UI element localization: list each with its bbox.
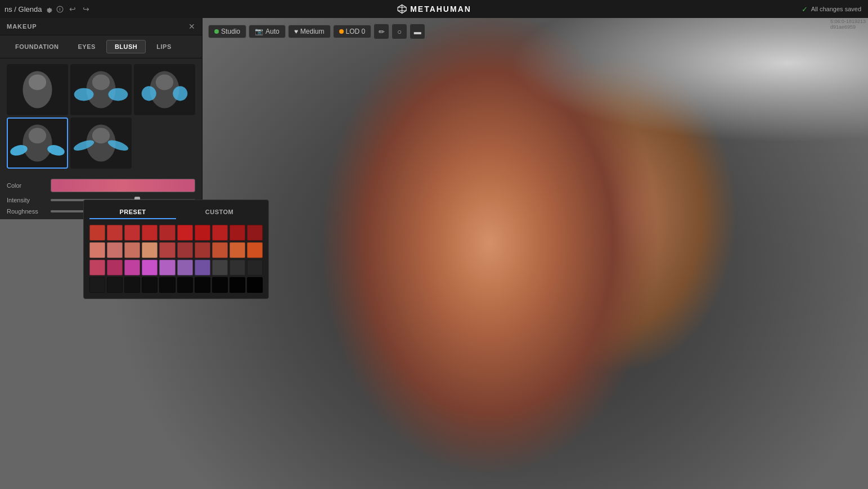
blush-pattern-none[interactable] (7, 64, 68, 115)
swatch-2-3[interactable] (142, 260, 158, 275)
roughness-label: Roughness (7, 208, 46, 215)
preset-tab[interactable]: PRESET (89, 206, 176, 219)
version-info: 5:06:0-1819213 d91ae6959 (830, 19, 866, 30)
svg-point-17 (142, 86, 156, 101)
medium-label: Medium (300, 28, 325, 35)
svg-text:i: i (59, 7, 60, 11)
swatch-0-0[interactable] (89, 225, 105, 241)
swatch-0-5[interactable] (177, 225, 193, 241)
swatch-0-4[interactable] (159, 225, 175, 241)
color-picker-popup: PRESET CUSTOM (83, 200, 269, 299)
swatch-0-6[interactable] (195, 225, 210, 241)
custom-tab[interactable]: CUSTOM (176, 206, 263, 219)
metahuman-logo-icon (397, 4, 407, 14)
swatch-0-3[interactable] (142, 225, 158, 241)
swatch-1-0[interactable] (89, 242, 105, 258)
save-check-icon: ✓ (802, 5, 808, 13)
swatch-3-8[interactable] (230, 277, 245, 293)
studio-dot (214, 29, 219, 34)
close-button[interactable]: ✕ (188, 22, 195, 30)
version-line1: 5:06:0-1819213 (830, 19, 866, 24)
undo-redo-group: ↩ ↪ (67, 3, 92, 15)
swatch-0-1[interactable] (107, 225, 123, 241)
swatch-2-7[interactable] (212, 260, 228, 275)
version-line2: d91ae6959 (830, 24, 866, 30)
color-swatches-grid (89, 225, 263, 293)
swatch-1-2[interactable] (124, 242, 140, 258)
svg-point-8 (29, 74, 46, 90)
info-icon: i (56, 6, 64, 13)
tab-blush[interactable]: BLUSH (106, 40, 146, 53)
color-label: Color (7, 182, 46, 189)
viewport-toolbar: Studio 📷 Auto ♥ Medium LOD 0 ✏ ○ ▬ (208, 24, 425, 39)
brush-tool-button[interactable]: ✏ (374, 24, 389, 39)
swatch-0-8[interactable] (230, 225, 245, 241)
swatch-3-6[interactable] (195, 277, 210, 293)
lod-label: LOD 0 (346, 28, 366, 35)
app-name: METAHUMAN (410, 4, 471, 13)
swatch-2-9[interactable] (247, 260, 263, 275)
swatch-3-3[interactable] (142, 277, 158, 293)
eraser-tool-button[interactable]: ○ (392, 24, 407, 39)
tab-lips[interactable]: LIPS (148, 40, 179, 53)
makeup-header: MAKEUP ✕ (0, 18, 202, 35)
intensity-label: Intensity (7, 197, 46, 203)
swatch-0-9[interactable] (247, 225, 263, 241)
swatch-1-8[interactable] (230, 242, 245, 258)
swatch-3-1[interactable] (107, 277, 123, 293)
lod-dot (339, 29, 344, 34)
swatch-2-4[interactable] (159, 260, 175, 275)
swatch-2-8[interactable] (230, 260, 245, 275)
lod-button[interactable]: LOD 0 (333, 25, 372, 38)
tab-eyes[interactable]: EYES (70, 40, 104, 53)
svg-point-26 (92, 128, 110, 143)
color-swatch[interactable] (51, 179, 195, 192)
svg-point-12 (74, 88, 94, 101)
blush-pattern-streak[interactable] (70, 117, 132, 169)
svg-point-21 (29, 128, 46, 143)
svg-point-11 (92, 74, 110, 90)
swatch-2-6[interactable] (195, 260, 210, 275)
swatch-2-2[interactable] (124, 260, 140, 275)
swatch-3-7[interactable] (212, 277, 228, 293)
svg-point-18 (173, 86, 187, 101)
topbar-left: ns / Glenda i ↩ ↪ (0, 3, 92, 15)
topbar: ns / Glenda i ↩ ↪ METAHUMAN ✓ All change… (0, 0, 868, 18)
swatch-2-0[interactable] (89, 260, 105, 275)
blush-pattern-oval-both[interactable] (70, 64, 132, 115)
tab-foundation[interactable]: FOUNDATION (7, 40, 68, 53)
breadcrumb: ns / Glenda (5, 5, 42, 13)
blush-pattern-round-both[interactable] (134, 64, 195, 115)
panel-toggle-button[interactable]: ▬ (410, 24, 425, 39)
save-status: All changes saved (811, 6, 861, 12)
swatch-2-5[interactable] (177, 260, 193, 275)
swatch-3-9[interactable] (247, 277, 263, 293)
blush-pattern-grid (0, 58, 202, 174)
swatch-1-4[interactable] (159, 242, 175, 258)
studio-button[interactable]: Studio (208, 25, 246, 38)
swatch-1-1[interactable] (107, 242, 123, 258)
settings-icon (46, 6, 53, 13)
swatch-0-7[interactable] (212, 225, 228, 241)
swatch-3-0[interactable] (89, 277, 105, 293)
redo-button[interactable]: ↪ (80, 3, 92, 15)
swatch-3-4[interactable] (159, 277, 175, 293)
auto-button[interactable]: 📷 Auto (249, 25, 286, 38)
swatch-1-7[interactable] (212, 242, 228, 258)
undo-button[interactable]: ↩ (67, 3, 78, 15)
swatch-1-3[interactable] (142, 242, 158, 258)
swatch-0-2[interactable] (124, 225, 140, 241)
color-row: Color (7, 179, 195, 192)
swatch-1-9[interactable] (247, 242, 263, 258)
auto-label: Auto (266, 28, 280, 35)
makeup-tabs: FOUNDATION EYES BLUSH LIPS (0, 35, 202, 58)
swatch-3-2[interactable] (124, 277, 140, 293)
swatch-2-1[interactable] (107, 260, 123, 275)
picker-tabs: PRESET CUSTOM (89, 206, 263, 219)
video-icon: 📷 (255, 28, 263, 35)
medium-button[interactable]: ♥ Medium (288, 25, 331, 38)
swatch-1-5[interactable] (177, 242, 193, 258)
blush-pattern-cheek-low[interactable] (7, 117, 68, 169)
swatch-3-5[interactable] (177, 277, 193, 293)
swatch-1-6[interactable] (195, 242, 210, 258)
